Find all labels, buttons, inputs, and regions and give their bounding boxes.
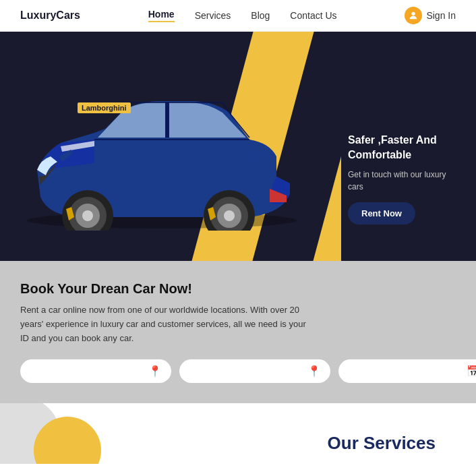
car-image <box>7 49 317 233</box>
booking-section: Book Your Drean Car Now! Rent a car onli… <box>0 261 476 403</box>
services-heading: Our Services <box>328 433 436 454</box>
nav-services[interactable]: Services <box>195 10 231 21</box>
svg-rect-2 <box>165 102 169 138</box>
booking-description: Rent a car online now from one of our wo… <box>20 303 310 345</box>
services-heading-area: Our Services <box>328 433 436 454</box>
navbar: LuxuryCars Home Services Blog Contact Us… <box>0 0 476 32</box>
user-avatar-icon <box>405 7 422 24</box>
rent-now-button[interactable]: Rent Now <box>348 202 415 225</box>
site-logo: LuxuryCars <box>20 9 80 22</box>
calendar-icon: 📅 <box>467 365 476 378</box>
nav-contact[interactable]: Contact Us <box>290 10 336 21</box>
svg-point-6 <box>82 210 93 221</box>
lamborghini-badge: Lamborghini <box>78 102 131 113</box>
hero-tagline: Safer ,Faster And Comfortable <box>348 133 463 163</box>
booking-heading: Book Your Drean Car Now! <box>20 281 456 297</box>
svg-point-10 <box>224 210 235 221</box>
svg-point-0 <box>412 12 415 16</box>
services-preview: Our Services <box>0 403 476 464</box>
nav-links: Home Services Blog Contact Us <box>148 9 337 22</box>
pickup-input[interactable] <box>30 366 143 376</box>
pickup-input-wrap: 📍 <box>20 359 171 383</box>
hero-subtitle: Get in touch with our luxury cars <box>348 169 463 193</box>
date-input-wrap: 📅 <box>338 359 476 383</box>
signin-label: Sign In <box>426 10 456 21</box>
signin-button[interactable]: Sign In <box>405 7 456 24</box>
hero-section: URUS Lamborghini <box>0 32 476 261</box>
pickup-location-icon: 📍 <box>148 365 162 378</box>
hero-text-block: Safer ,Faster And Comfortable Get in tou… <box>348 133 463 225</box>
dropoff-input-wrap: 📍 <box>179 359 330 383</box>
dropoff-location-icon: 📍 <box>307 365 321 378</box>
booking-form: 📍 📍 📅 Book <box>20 359 456 383</box>
date-input[interactable] <box>348 366 461 376</box>
nav-blog[interactable]: Blog <box>251 10 270 21</box>
dropoff-input[interactable] <box>189 366 302 376</box>
nav-home[interactable]: Home <box>148 9 175 22</box>
